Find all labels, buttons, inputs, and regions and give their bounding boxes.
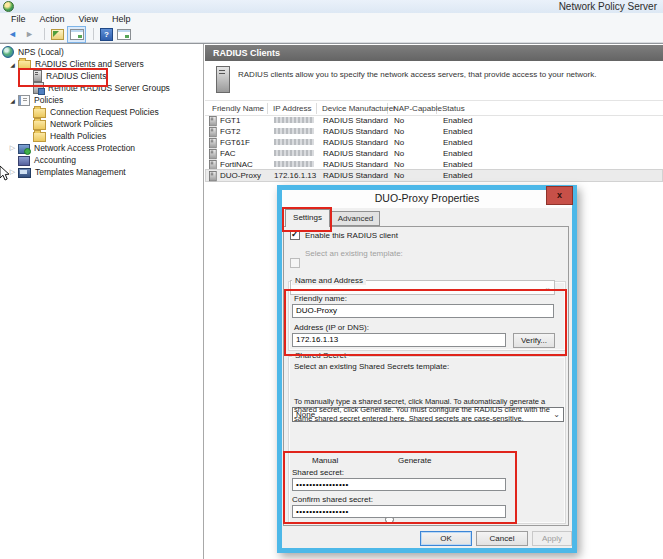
radius-client-row-fortinac[interactable]: FortiNAC RADIUS Standard No Enabled [206, 159, 662, 170]
tree-item-icon [18, 144, 30, 154]
cell-friendly-name: FGT2 [220, 127, 240, 136]
tree-item-icon [18, 156, 30, 166]
column-header-nap-capable[interactable]: NAP-Capable [393, 104, 442, 113]
column-separator[interactable] [267, 103, 268, 114]
tree-item-network-policies[interactable]: Network Policies [0, 118, 203, 130]
tree-item-icon [33, 70, 42, 82]
tree-item-label: Policies [34, 94, 63, 106]
shared-secret-input[interactable]: •••••••••••••••• [292, 478, 506, 491]
expander-icon[interactable]: ◢ [7, 97, 18, 104]
cell-nap-capable: No [394, 171, 404, 180]
menu-bar: File Action View Help [0, 13, 663, 26]
name-address-group-label: Name and Address [292, 276, 366, 285]
menu-item-view[interactable]: View [72, 13, 105, 26]
confirm-secret-label: Confirm shared secret: [292, 495, 373, 504]
redacted-ip-address [274, 150, 314, 156]
friendly-name-label: Friendly name: [294, 294, 347, 303]
cell-nap-capable: No [394, 127, 404, 136]
cell-status: Enabled [443, 160, 472, 169]
tree-item-policies[interactable]: ◢ Policies [0, 94, 203, 106]
tree-item-nps-local-[interactable]: NPS (Local) [0, 46, 203, 58]
back-icon[interactable]: ◄ [5, 28, 20, 41]
cell-status: Enabled [443, 149, 472, 158]
friendly-name-input[interactable]: DUO-Proxy [292, 304, 554, 318]
properties-window-icon[interactable] [116, 28, 131, 41]
verify-button[interactable]: Verify... [513, 333, 555, 348]
help-icon[interactable]: ? [99, 28, 114, 41]
column-header-device-manufacturer[interactable]: Device Manufacturer [322, 104, 396, 113]
redacted-ip-address [274, 139, 314, 145]
ok-button[interactable]: OK [420, 531, 472, 546]
column-header-ip-address[interactable]: IP Address [273, 104, 312, 113]
tab-advanced[interactable]: Advanced [331, 211, 380, 226]
tab-settings[interactable]: Settings [285, 209, 330, 227]
cell-nap-capable: No [394, 116, 404, 125]
tree-item-accounting[interactable]: Accounting [0, 154, 203, 166]
manual-radio-label: Manual [312, 456, 338, 465]
tree-item-label: Templates Management [35, 166, 126, 178]
close-icon[interactable]: x [546, 186, 573, 205]
tree-item-radius-clients-and-servers[interactable]: ◢ RADIUS Clients and Servers [0, 58, 203, 70]
column-header-status[interactable]: Status [442, 104, 465, 113]
duo-proxy-properties-dialog: x DUO-Proxy Properties Settings Advanced… [277, 185, 577, 553]
window-title: Network Policy Server [559, 1, 657, 12]
server-icon [209, 138, 217, 148]
radius-client-row-fgt61f[interactable]: FGT61F RADIUS Standard No Enabled [206, 137, 662, 148]
secret-template-label: Select an existing Shared Secrets templa… [294, 362, 449, 371]
cell-status: Enabled [443, 171, 472, 180]
confirm-secret-input[interactable]: •••••••••••••••• [292, 505, 506, 518]
console-tree: NPS (Local) ◢ RADIUS Clients and Servers… [0, 46, 203, 178]
apply-button[interactable]: Apply [532, 531, 572, 546]
cell-friendly-name: FGT1 [220, 116, 240, 125]
tree-item-remote-radius-server-groups[interactable]: Remote RADIUS Server Groups [0, 82, 203, 94]
forward-icon[interactable]: ► [22, 28, 37, 41]
radius-client-row-fgt2[interactable]: FGT2 RADIUS Standard No Enabled [206, 126, 662, 137]
dialog-title: DUO-Proxy Properties [282, 190, 572, 208]
column-separator[interactable] [316, 103, 317, 114]
radius-client-row-duo-proxy[interactable]: DUO-Proxy 172.16.1.13 RADIUS Standard No… [206, 170, 662, 181]
tree-item-label: Connection Request Policies [50, 106, 159, 118]
tree-item-label: Network Policies [50, 118, 113, 130]
mmc-app-icon [3, 1, 14, 12]
menu-item-help[interactable]: Help [105, 13, 138, 26]
tree-item-network-access-protection[interactable]: ▷ Network Access Protection [0, 142, 203, 154]
tree-item-radius-clients[interactable]: RADIUS Clients [0, 70, 203, 82]
tree-item-icon [18, 168, 31, 178]
expander-icon[interactable]: ◢ [7, 61, 18, 68]
list-column-header[interactable]: Friendly NameIP AddressDevice Manufactur… [205, 102, 663, 116]
cell-nap-capable: No [394, 149, 404, 158]
enable-client-label: Enable this RADIUS client [305, 231, 398, 240]
menu-item-file[interactable]: File [4, 13, 33, 26]
tree-item-connection-request-policies[interactable]: Connection Request Policies [0, 106, 203, 118]
address-input[interactable]: 172.16.1.13 [292, 333, 506, 347]
radius-client-row-fgt1[interactable]: FGT1 RADIUS Standard No Enabled [206, 115, 662, 126]
menu-item-action[interactable]: Action [33, 13, 72, 26]
console-tree-pane: NPS (Local) ◢ RADIUS Clients and Servers… [0, 44, 204, 559]
cancel-button[interactable]: Cancel [476, 531, 528, 546]
column-header-friendly-name[interactable]: Friendly Name [212, 104, 264, 113]
tree-item-templates-management[interactable]: ▷ Templates Management [0, 166, 203, 178]
shared-secret-label: Shared secret: [292, 468, 344, 477]
expander-icon[interactable]: ▷ [7, 144, 18, 152]
divider [205, 100, 663, 101]
tree-item-icon [2, 46, 14, 58]
cell-friendly-name: FAC [220, 149, 236, 158]
radius-client-row-fac[interactable]: FAC RADIUS Standard No Enabled [206, 148, 662, 159]
export-list-icon[interactable] [50, 28, 65, 41]
tree-item-health-policies[interactable]: Health Policies [0, 130, 203, 142]
toolbar: ◄ ► ? [0, 26, 663, 43]
enable-client-checkbox[interactable] [290, 230, 300, 240]
redacted-ip-address [274, 128, 314, 134]
tree-item-icon [33, 82, 44, 94]
tree-item-label: Accounting [34, 154, 76, 166]
tree-item-label: NPS (Local) [18, 46, 64, 58]
server-icon [216, 66, 230, 93]
tree-item-icon [33, 108, 46, 118]
existing-template-checkbox[interactable] [290, 258, 300, 268]
cell-device-manufacturer: RADIUS Standard [323, 160, 388, 169]
server-icon [209, 149, 217, 159]
show-console-tree-icon[interactable] [67, 26, 86, 43]
tree-item-label: Network Access Protection [34, 142, 135, 154]
cell-friendly-name: FGT61F [220, 138, 250, 147]
window-titlebar: Network Policy Server [0, 0, 663, 13]
